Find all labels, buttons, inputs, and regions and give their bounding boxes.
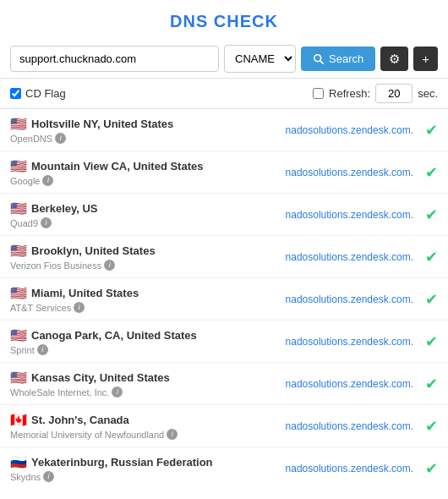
status-check-icon: ✔ [425, 163, 438, 182]
location-text: Yekaterinburg, Russian Federation [31, 456, 213, 469]
result-provider: WholeSale Internet, Inc. i [10, 387, 279, 398]
add-button[interactable]: + [413, 47, 438, 71]
location-text: St. John's, Canada [31, 414, 129, 426]
flag-icon: 🇺🇸 [10, 116, 27, 132]
record-type-select[interactable]: A AAAA CNAME MX NS TXT SOA [224, 45, 296, 73]
provider-name: Quad9 [10, 218, 38, 228]
result-provider: AT&T Services i [10, 302, 279, 313]
result-value: nadosolutions.zendesk.com. [286, 293, 413, 305]
result-location: 🇺🇸 Miami, United States [10, 285, 279, 301]
flag-icon: 🇺🇸 [10, 158, 27, 174]
refresh-label: Refresh: [329, 87, 370, 100]
cd-flag-checkbox[interactable] [10, 88, 21, 99]
status-check-icon: ✔ [425, 417, 438, 436]
refresh-checkbox[interactable] [313, 88, 324, 99]
result-info: 🇨🇦 St. John's, Canada Memorial Universit… [10, 412, 279, 440]
info-icon[interactable]: i [167, 429, 178, 440]
table-row: 🇺🇸 Berkeley, US Quad9 i nadosolutions.ze… [0, 194, 448, 236]
result-value: nadosolutions.zendesk.com. [286, 463, 413, 474]
status-check-icon: ✔ [425, 375, 438, 393]
result-location: 🇺🇸 Mountain View CA, United States [10, 158, 279, 174]
table-row: 🇺🇸 Mountain View CA, United States Googl… [0, 151, 448, 194]
location-text: Berkeley, US [31, 202, 98, 215]
flag-icon: 🇺🇸 [10, 200, 27, 217]
refresh-area: Refresh: sec. [313, 84, 438, 103]
provider-name: WholeSale Internet, Inc. [10, 387, 109, 398]
refresh-unit: sec. [418, 87, 438, 100]
info-icon[interactable]: i [104, 260, 115, 271]
flag-icon: 🇺🇸 [10, 243, 27, 259]
add-icon: + [422, 52, 429, 66]
info-icon[interactable]: i [43, 471, 54, 482]
result-location: 🇺🇸 Brooklyn, United States [10, 243, 279, 259]
toolbar: A AAAA CNAME MX NS TXT SOA Search ⚙ + [0, 40, 448, 79]
location-text: Brooklyn, United States [31, 244, 156, 257]
result-info: 🇺🇸 Holtsville NY, United States OpenDNS … [10, 116, 279, 144]
result-provider: Skydns i [10, 471, 279, 482]
status-check-icon: ✔ [425, 206, 438, 224]
flag-icon: 🇺🇸 [10, 370, 27, 386]
result-info: 🇺🇸 Mountain View CA, United States Googl… [10, 158, 279, 186]
status-check-icon: ✔ [425, 248, 438, 266]
settings-button[interactable]: ⚙ [380, 47, 408, 71]
table-row: 🇺🇸 Holtsville NY, United States OpenDNS … [0, 109, 448, 151]
result-info: 🇷🇺 Yekaterinburg, Russian Federation Sky… [10, 454, 279, 482]
cd-flag-label[interactable]: CD Flag [10, 87, 306, 100]
search-label: Search [329, 52, 363, 65]
provider-name: Sprint [10, 345, 35, 355]
flag-icon: 🇨🇦 [10, 412, 27, 428]
result-value: nadosolutions.zendesk.com. [286, 167, 413, 178]
status-check-icon: ✔ [425, 332, 438, 351]
provider-name: Verizon Fios Business [10, 260, 101, 271]
refresh-input[interactable] [375, 84, 412, 103]
result-provider: Google i [10, 175, 279, 186]
provider-name: OpenDNS [10, 134, 52, 144]
info-icon[interactable]: i [41, 217, 52, 228]
info-icon[interactable]: i [37, 344, 48, 355]
result-value: nadosolutions.zendesk.com. [286, 336, 413, 348]
table-row: 🇺🇸 Brooklyn, United States Verizon Fios … [0, 236, 448, 278]
flag-icon: 🇷🇺 [10, 454, 27, 470]
result-info: 🇺🇸 Canoga Park, CA, United States Sprint… [10, 327, 279, 355]
table-row: 🇺🇸 Canoga Park, CA, United States Sprint… [0, 321, 448, 363]
result-info: 🇺🇸 Brooklyn, United States Verizon Fios … [10, 243, 279, 271]
result-provider: Sprint i [10, 344, 279, 355]
result-location: 🇨🇦 St. John's, Canada [10, 412, 279, 428]
status-check-icon: ✔ [425, 290, 438, 309]
result-provider: Quad9 i [10, 217, 279, 228]
result-location: 🇺🇸 Holtsville NY, United States [10, 116, 279, 132]
table-row: 🇷🇺 Yekaterinburg, Russian Federation Sky… [0, 447, 448, 489]
result-location: 🇺🇸 Kansas City, United States [10, 370, 279, 386]
table-row: 🇺🇸 Kansas City, United States WholeSale … [0, 363, 448, 405]
result-value: nadosolutions.zendesk.com. [286, 420, 413, 432]
location-text: Mountain View CA, United States [31, 160, 203, 173]
location-text: Kansas City, United States [31, 371, 170, 384]
result-provider: Memorial University of Newfoundland i [10, 429, 279, 440]
status-check-icon: ✔ [425, 459, 438, 478]
flag-icon: 🇺🇸 [10, 285, 27, 301]
provider-name: AT&T Services [10, 303, 71, 313]
location-text: Miami, United States [31, 287, 139, 299]
info-icon[interactable]: i [55, 133, 66, 144]
result-provider: OpenDNS i [10, 133, 279, 144]
gear-icon: ⚙ [389, 52, 400, 66]
info-icon[interactable]: i [74, 302, 85, 313]
provider-name: Memorial University of Newfoundland [10, 430, 164, 440]
info-icon[interactable]: i [42, 175, 53, 186]
result-location: 🇺🇸 Canoga Park, CA, United States [10, 327, 279, 343]
results-list: 🇺🇸 Holtsville NY, United States OpenDNS … [0, 109, 448, 489]
result-info: 🇺🇸 Kansas City, United States WholeSale … [10, 370, 279, 398]
cd-flag-text: CD Flag [25, 87, 66, 100]
search-button[interactable]: Search [301, 47, 375, 71]
result-info: 🇺🇸 Berkeley, US Quad9 i [10, 200, 279, 228]
table-row: 🇺🇸 Miami, United States AT&T Services i … [0, 278, 448, 321]
location-text: Holtsville NY, United States [31, 118, 173, 130]
result-value: nadosolutions.zendesk.com. [286, 251, 413, 263]
info-icon[interactable]: i [112, 387, 123, 398]
result-info: 🇺🇸 Miami, United States AT&T Services i [10, 285, 279, 313]
table-row: 🇨🇦 St. John's, Canada Memorial Universit… [0, 405, 448, 447]
result-location: 🇷🇺 Yekaterinburg, Russian Federation [10, 454, 279, 470]
location-text: Canoga Park, CA, United States [31, 329, 197, 342]
domain-input[interactable] [10, 46, 219, 72]
provider-name: Skydns [10, 472, 41, 482]
